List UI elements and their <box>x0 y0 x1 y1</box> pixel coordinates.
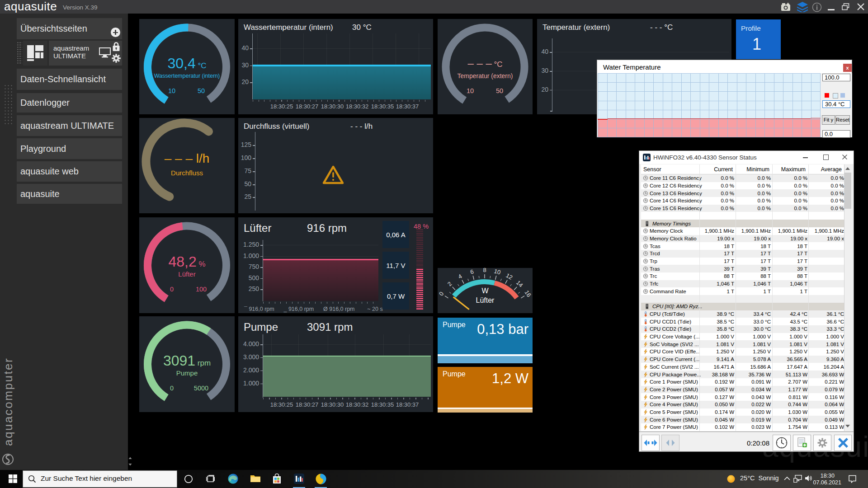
svg-text:10: 10 <box>493 268 501 276</box>
svg-text:6: 6 <box>470 268 475 275</box>
svg-text:2: 2 <box>446 280 453 287</box>
svg-text:8: 8 <box>483 268 486 273</box>
svg-text:4: 4 <box>457 272 463 280</box>
svg-text:12: 12 <box>505 272 514 281</box>
